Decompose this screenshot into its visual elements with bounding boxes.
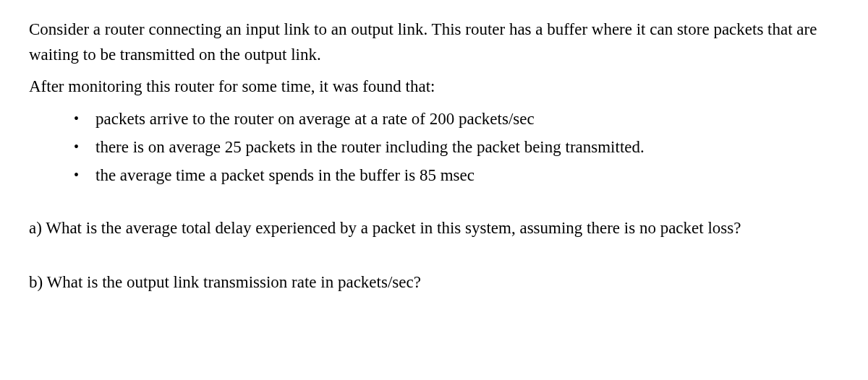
list-item: there is on average 25 packets in the ro…: [74, 135, 839, 159]
list-item: packets arrive to the router on average …: [74, 107, 839, 131]
bullet-list: packets arrive to the router on average …: [29, 107, 839, 188]
intro-paragraph-1: Consider a router connecting an input li…: [29, 17, 839, 67]
list-item: the average time a packet spends in the …: [74, 163, 839, 187]
intro-paragraph-2: After monitoring this router for some ti…: [29, 74, 839, 100]
question-b: b) What is the output link transmission …: [29, 268, 839, 296]
question-a: a) What is the average total delay exper…: [29, 214, 839, 242]
